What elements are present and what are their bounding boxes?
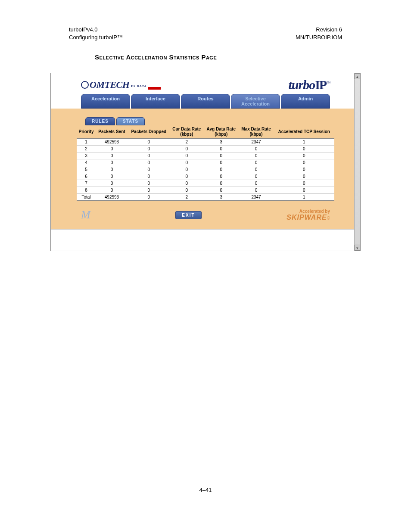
table-cell: 8	[77, 187, 96, 194]
table-cell: 0	[96, 159, 128, 166]
table-cell: 0	[128, 187, 170, 194]
table-cell: 2	[77, 146, 96, 152]
table-cell: 0	[204, 180, 239, 187]
sub-tabs: RULESSTATS	[85, 117, 334, 125]
table-cell: 4	[77, 159, 96, 166]
table-cell: 492593	[96, 139, 128, 146]
sub-tab-rules[interactable]: RULES	[85, 117, 115, 125]
content-area: RULESSTATS PriorityPackets SentPackets D…	[51, 109, 360, 229]
table-cell: 0	[204, 173, 239, 180]
table-cell: 2347	[239, 139, 274, 146]
table-cell: 492593	[96, 194, 128, 201]
table-cell: 0	[239, 180, 274, 187]
page-number: 4–41	[0, 484, 411, 506]
doc-id: MN/TURBOIP.IOM	[296, 34, 342, 41]
table-cell: 0	[274, 166, 334, 173]
table-cell: 0	[239, 146, 274, 152]
main-tab-acceleration[interactable]: Acceleration	[81, 94, 130, 109]
table-cell: 5	[77, 166, 96, 173]
logo-bars-icon	[148, 87, 161, 90]
main-tab-interface[interactable]: Interface	[131, 94, 180, 109]
main-tab-routes[interactable]: Routes	[181, 94, 230, 109]
table-row: 5000000	[77, 166, 334, 173]
embedded-screenshot: ▴ ▾ OMTECH EF DATA turboIP™ Acceleration…	[50, 73, 361, 251]
table-cell: 0	[274, 173, 334, 180]
table-cell: 0	[239, 173, 274, 180]
column-header: Packets Sent	[96, 125, 128, 139]
table-cell: 0	[128, 180, 170, 187]
statusbar-placeholder	[51, 229, 360, 251]
table-cell: 6	[77, 173, 96, 180]
comtech-text: OMTECH	[90, 79, 129, 90]
table-row: 6000000	[77, 173, 334, 180]
table-row: 3000000	[77, 152, 334, 159]
table-cell: 3	[77, 152, 96, 159]
table-cell: 0	[96, 152, 128, 159]
column-header: Accelerated TCP Session	[274, 125, 334, 139]
sub-tab-stats[interactable]: STATS	[116, 117, 145, 125]
revision: Revision 6	[296, 26, 342, 34]
section-title: Selective Acceleration Statistics Page	[95, 53, 411, 61]
comtech-logo: OMTECH EF DATA	[81, 79, 161, 90]
product-name: turboIPv4.0	[69, 26, 123, 34]
table-cell: 0	[204, 187, 239, 194]
table-cell: 0	[128, 139, 170, 146]
document-page: turboIPv4.0 Configuring turboIP™ Revisio…	[0, 0, 411, 506]
scroll-down-icon[interactable]: ▾	[355, 245, 360, 251]
table-cell: 0	[96, 187, 128, 194]
column-header: Avg Data Rate (kbps)	[204, 125, 239, 139]
exit-button[interactable]: EXIT	[175, 211, 201, 219]
table-cell: 0	[274, 152, 334, 159]
table-row: 149259302323471	[77, 139, 334, 146]
table-cell: 7	[77, 180, 96, 187]
column-header: Cur Data Rate (kbps)	[170, 125, 204, 139]
registered-mark: ®	[327, 216, 330, 221]
table-cell: 0	[274, 146, 334, 152]
table-cell: 0	[204, 146, 239, 152]
table-cell: 2	[170, 194, 204, 201]
scroll-up-icon[interactable]: ▴	[355, 73, 360, 79]
table-cell: 0	[170, 152, 204, 159]
table-cell: 0	[274, 180, 334, 187]
main-tabs: AccelerationInterfaceRoutesSelective Acc…	[51, 94, 360, 109]
table-cell: 0	[128, 194, 170, 201]
table-cell: 2347	[239, 194, 274, 201]
skipware-brand: SKIPWARE	[286, 214, 327, 221]
table-row: 7000000	[77, 180, 334, 187]
column-header: Packets Dropped	[128, 125, 170, 139]
table-cell: 0	[204, 152, 239, 159]
ip-text: IP	[315, 78, 326, 92]
vertical-scrollbar[interactable]: ▴ ▾	[354, 73, 360, 251]
table-cell: 0	[170, 166, 204, 173]
table-cell: 0	[96, 146, 128, 152]
table-cell: 0	[239, 187, 274, 194]
table-cell: 3	[204, 194, 239, 201]
table-cell: 0	[170, 146, 204, 152]
table-cell: 0	[239, 152, 274, 159]
table-body: 1492593023234712000000300000040000005000…	[77, 139, 334, 201]
chapter-title: Configuring turboIP™	[69, 34, 123, 41]
table-cell: 0	[128, 146, 170, 152]
skipware-badge: Accelerated by SKIPWARE®	[286, 209, 330, 221]
table-cell: 0	[170, 187, 204, 194]
page-whitespace	[0, 251, 411, 484]
table-cell: 0	[96, 166, 128, 173]
table-cell: 0	[239, 166, 274, 173]
comtech-sub: EF DATA	[131, 84, 146, 88]
main-tab-admin[interactable]: Admin	[281, 94, 330, 109]
table-cell: 1	[77, 139, 96, 146]
doc-header-left: turboIPv4.0 Configuring turboIP™	[69, 26, 123, 41]
table-cell: 0	[204, 166, 239, 173]
table-row: 2000000	[77, 146, 334, 152]
column-header: Max Data Rate (kbps)	[239, 125, 274, 139]
table-row: 4000000	[77, 159, 334, 166]
table-cell: 0	[128, 166, 170, 173]
table-cell: 0	[96, 173, 128, 180]
table-cell: 0	[170, 180, 204, 187]
main-tab-selective-acceleration[interactable]: Selective Acceleration	[231, 94, 280, 109]
turboip-logo: turboIP™	[288, 78, 330, 92]
table-cell: 0	[128, 152, 170, 159]
table-cell: 2	[170, 139, 204, 146]
stats-table: PriorityPackets SentPackets DroppedCur D…	[77, 125, 334, 201]
doc-header: turboIPv4.0 Configuring turboIP™ Revisio…	[0, 26, 411, 41]
